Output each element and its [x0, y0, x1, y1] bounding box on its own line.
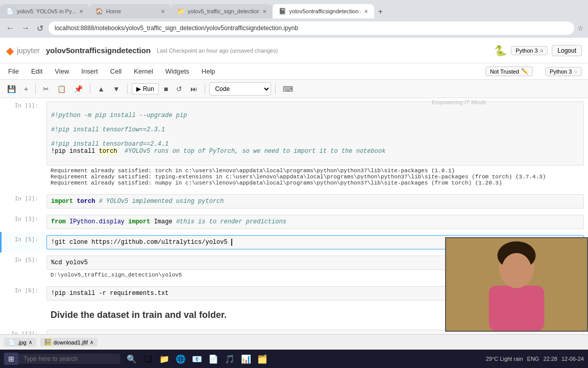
video-person [446, 238, 587, 331]
toolbar-separator-2 [90, 84, 90, 94]
menu-insert[interactable]: Insert [79, 66, 100, 76]
file-item-1[interactable]: 📄 .jpg ∧ [4, 338, 36, 347]
cell-3-content[interactable]: from IPython.display import Image #this … [42, 213, 588, 231]
tab-4[interactable]: 📓 yolov5ontrafficsigndetection -... ✕ [273, 4, 374, 18]
logout-button[interactable]: Logout [552, 45, 582, 56]
start-button[interactable]: ⊞ [4, 353, 18, 365]
search-taskbar-icon[interactable]: 🔍 [125, 352, 139, 366]
browser-chrome: 📄 yolov5: YOLOv5 in Py... ✕ 🏠 Home ✕ 📁 y… [0, 0, 588, 38]
forward-button[interactable]: → [19, 22, 32, 34]
menu-view[interactable]: View [53, 66, 71, 76]
cell-4-cmd: !git clone https://github.com/ultralytic… [51, 239, 228, 246]
back-button[interactable]: ← [4, 22, 16, 34]
tab-4-label: yolov5ontrafficsigndetection -... [289, 8, 361, 14]
tab-3-label: yolov5_traffic_sign_detection/ [188, 8, 259, 14]
jupyter-logo: ◆ jupyter [6, 44, 40, 57]
browser-taskbar-icon[interactable]: 🌐 [174, 352, 188, 366]
run-button[interactable]: ▶ Run [132, 83, 159, 95]
tab-2-favicon: 🏠 [95, 8, 103, 15]
import-keyword-2: import [128, 218, 150, 225]
not-trusted-label: Not Trusted [490, 68, 519, 75]
not-trusted-button[interactable]: Not Trusted ✏️ [485, 66, 533, 76]
file-2-close[interactable]: ∧ [90, 339, 93, 345]
notepad-icon[interactable]: 📄 [206, 352, 220, 366]
file-1-name: .jpg [17, 339, 27, 346]
cell-1-content[interactable]: #!python -m pip install --upgrade pip #!… [42, 99, 588, 190]
menu-edit[interactable]: Edit [29, 66, 44, 76]
file-explorer-icon[interactable]: 📁 [157, 352, 172, 366]
stop-button[interactable]: ■ [161, 83, 171, 95]
taskbar-right: 29°C Light rain ENG 22:28 12-06-24 [486, 356, 584, 362]
python-badge: Python 3 ○ [511, 46, 548, 55]
cell-1[interactable]: In [1]: #!python -m pip install --upgrad… [0, 98, 588, 191]
svg-point-5 [501, 253, 531, 288]
tab-1-close[interactable]: ✕ [79, 9, 83, 14]
notebook-title[interactable]: yolov5ontrafficsigndetection [46, 46, 151, 55]
file-2-icon: 🖼️ [44, 339, 52, 346]
cell-markdown-label [2, 305, 42, 308]
tab-3-close[interactable]: ✕ [262, 9, 266, 14]
cell-3-code[interactable]: from IPython.display import Image #this … [46, 215, 584, 229]
file-bar: 📄 .jpg ∧ 🖼️ download1.jfif ∧ [0, 334, 588, 350]
address-bar-input[interactable] [48, 21, 574, 35]
menu-file[interactable]: File [6, 66, 21, 76]
menu-kernel[interactable]: Kernel [132, 66, 155, 76]
video-overlay [445, 237, 588, 332]
tab-1[interactable]: 📄 yolov5: YOLOv5 in Py... ✕ [0, 4, 89, 18]
reload-button[interactable]: ↺ [35, 22, 45, 34]
music-icon[interactable]: 🎵 [223, 352, 237, 366]
cell-2-code[interactable]: import torch # YOLOv5 implemented using … [46, 194, 584, 209]
notebook-area: Empowering IT Minds In [1]: #!python -m … [0, 98, 588, 347]
cell-5-label: In [5]: [2, 254, 42, 263]
mail-icon[interactable]: 📧 [190, 352, 204, 366]
cell-1-line2: #!pip install tensorflow==2.3.1 [51, 126, 165, 133]
tab-2[interactable]: 🏠 Home ✕ [89, 4, 171, 18]
tab-3-favicon: 📁 [177, 8, 185, 15]
tab-3[interactable]: 📁 yolov5_traffic_sign_detection/ ✕ [171, 4, 273, 18]
new-tab-button[interactable]: + [374, 5, 387, 18]
file-item-2[interactable]: 🖼️ download1.jfif ∧ [40, 338, 97, 347]
cell-1-line4-comment: #YOLOv5 runs on top of PyTorch, so we ne… [125, 148, 385, 155]
tab-4-close[interactable]: ✕ [364, 9, 368, 14]
save-button[interactable]: 💾 [4, 83, 19, 95]
paste-button[interactable]: 📌 [71, 83, 86, 95]
toolbar-separator-4 [205, 84, 205, 94]
cell-6-label: In [6]: [2, 284, 42, 294]
torch-module: torch [77, 198, 95, 205]
cell-1-label: In [1]: [2, 99, 42, 109]
cut-button[interactable]: ✂ [40, 83, 52, 95]
keyboard-shortcuts-button[interactable]: ⌨ [280, 83, 296, 95]
task-view-icon[interactable]: ❑ [141, 352, 155, 366]
cell-1-output: Requirement already satisfied: torch in … [46, 166, 584, 188]
cell-3[interactable]: In [3]: from IPython.display import Imag… [0, 212, 588, 232]
menu-widgets[interactable]: Widgets [163, 66, 191, 76]
restart-button[interactable]: ↺ [173, 83, 185, 95]
spreadsheet-icon[interactable]: 📊 [239, 352, 253, 366]
file-1-close[interactable]: ∧ [29, 339, 32, 345]
move-down-button[interactable]: ▼ [110, 83, 123, 95]
restart-run-button[interactable]: ⏭ [187, 83, 201, 95]
tab-2-close[interactable]: ✕ [161, 9, 165, 14]
menu-bar: File Edit View Insert Cell Kernel Widget… [0, 63, 588, 80]
cell-1-code[interactable]: #!python -m pip install --upgrade pip #!… [46, 101, 584, 166]
taskbar-time: 22:28 [543, 356, 557, 362]
add-cell-button[interactable]: + [21, 83, 31, 95]
taskbar-weather: 29°C Light rain [486, 356, 523, 362]
cell-2-content[interactable]: import torch # YOLOv5 implemented using … [42, 192, 588, 211]
kernel-name-badge: Python 3 ○ [545, 67, 582, 76]
taskbar-search-input[interactable] [18, 354, 120, 364]
menu-cell[interactable]: Cell [108, 66, 124, 76]
cell-type-select[interactable]: Code Markdown Raw NBConvert [209, 82, 271, 96]
header-right: 🐍 Python 3 ○ Logout [494, 44, 582, 57]
folder-icon[interactable]: 🗂️ [255, 352, 270, 366]
cell-5-cmd: %cd yolov5 [51, 259, 88, 266]
menu-help[interactable]: Help [200, 66, 217, 76]
file-2-name: download1.jfif [54, 339, 88, 346]
run-icon: ▶ [136, 85, 141, 93]
move-up-button[interactable]: ▲ [94, 83, 108, 95]
bookmark-icon[interactable]: ☆ [577, 24, 584, 32]
toolbar-separator-5 [275, 84, 276, 94]
cell-2[interactable]: In [2]: import torch # YOLOv5 implemente… [0, 191, 588, 212]
tab-bar: 📄 yolov5: YOLOv5 in Py... ✕ 🏠 Home ✕ 📁 y… [0, 0, 588, 18]
copy-button[interactable]: 📋 [54, 83, 69, 95]
